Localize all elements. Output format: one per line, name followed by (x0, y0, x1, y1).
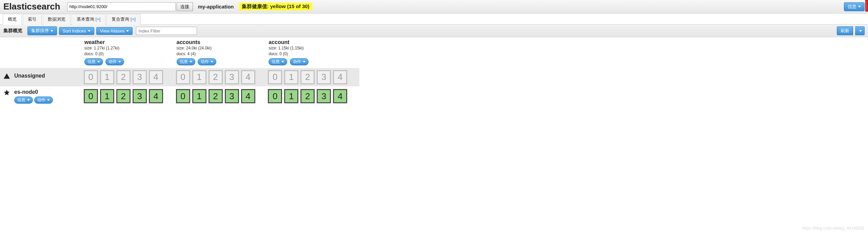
shard-box[interactable]: 1 (284, 70, 298, 84)
app-title: Elasticsearch (3, 1, 60, 12)
node-row-es-node0: es-node0 信息 动作 0 1 2 3 4 0 1 2 3 4 0 1 2 (0, 86, 359, 106)
shard-box[interactable]: 0 (176, 70, 190, 84)
index-size: size: 1.27ki (1.27ki) (84, 45, 174, 51)
caret-down-icon (27, 99, 30, 101)
tab-bar: 概览 索引 数据浏览 基本查询 [+] 复合查询 [+] (0, 14, 868, 25)
view-aliases-label: View Aliases (100, 28, 125, 34)
shard-box[interactable]: 2 (209, 70, 223, 84)
unassigned-row: Unassigned 0 1 2 3 4 0 1 2 3 4 0 1 2 3 4 (0, 68, 359, 86)
index-name[interactable]: accounts (177, 39, 266, 45)
info-button[interactable]: 信息 (844, 2, 865, 11)
shard-box[interactable]: 0 (176, 89, 190, 103)
connect-url-input[interactable] (67, 2, 176, 11)
view-aliases-button[interactable]: View Aliases (96, 27, 133, 35)
right-edge-marker (865, 0, 868, 12)
shard-box[interactable]: 2 (116, 70, 131, 84)
index-header-account: account size: 1.15ki (1.15ki) docs: 0 (0… (267, 37, 359, 68)
warning-icon (3, 73, 11, 81)
tab-compound-query[interactable]: 复合查询 [+] (106, 14, 140, 25)
caret-down-icon (47, 99, 50, 101)
index-docs: docs: 0 (0) (84, 51, 174, 57)
shard-box[interactable]: 2 (300, 70, 315, 84)
shard-box[interactable]: 1 (100, 70, 114, 84)
shard-box[interactable]: 3 (225, 89, 239, 103)
tab-basic-query[interactable]: 基本查询 [+] (72, 14, 105, 25)
cluster-sort-button[interactable]: 集群排序 (27, 26, 57, 35)
tab-browse[interactable]: 数据浏览 (43, 14, 71, 25)
shards-account-unassigned: 0 1 2 3 4 (267, 68, 359, 86)
caret-down-icon (859, 30, 862, 32)
shard-box[interactable]: 4 (149, 89, 163, 103)
shard-box[interactable]: 1 (100, 89, 114, 103)
shards-accounts-node0: 0 1 2 3 4 (175, 87, 268, 105)
caret-down-icon (190, 61, 192, 63)
node-name[interactable]: es-node0 (14, 89, 53, 95)
index-docs: docs: 0 (0) (269, 51, 358, 57)
tab-overview[interactable]: 概览 (3, 14, 22, 25)
caret-down-icon (126, 30, 129, 32)
shards-weather-node0: 0 1 2 3 4 (83, 87, 175, 105)
shard-box[interactable]: 4 (333, 70, 347, 84)
caret-down-icon (88, 30, 91, 32)
tab-basic-query-plus[interactable]: [+] (96, 17, 101, 22)
view-label: 集群概览 (3, 28, 22, 34)
cluster-sort-label: 集群排序 (31, 28, 49, 34)
shard-box[interactable]: 3 (317, 89, 331, 103)
shard-box[interactable]: 0 (84, 70, 98, 84)
tab-indices[interactable]: 索引 (23, 14, 42, 25)
shard-box[interactable]: 2 (209, 89, 223, 103)
node-action-button[interactable]: 动作 (34, 97, 53, 104)
index-action-button[interactable]: 动作 (290, 58, 309, 65)
shard-box[interactable]: 1 (284, 89, 298, 103)
shard-box[interactable]: 3 (317, 70, 331, 84)
shard-box[interactable]: 4 (149, 70, 163, 84)
shard-box[interactable]: 4 (241, 70, 255, 84)
connect-button[interactable]: 连接 (177, 2, 193, 11)
refresh-button[interactable]: 刷新 (837, 26, 853, 35)
shard-box[interactable]: 3 (225, 70, 239, 84)
shard-box[interactable]: 0 (268, 70, 282, 84)
sort-indices-button[interactable]: Sort Indices (59, 27, 94, 35)
refresh-caret-button[interactable] (855, 26, 865, 35)
tab-basic-query-label: 基本查询 (77, 17, 94, 22)
index-size: size: 1.15ki (1.15ki) (269, 45, 358, 51)
index-header-accounts: accounts size: 24.0ki (24.0ki) docs: 4 (… (175, 37, 268, 68)
index-action-button[interactable]: 动作 (198, 58, 216, 65)
index-header-weather: weather size: 1.27ki (1.27ki) docs: 0 (0… (83, 37, 175, 68)
index-docs: docs: 4 (4) (177, 51, 266, 57)
index-filter-input[interactable] (136, 27, 197, 35)
shard-box[interactable]: 4 (241, 89, 255, 103)
index-name[interactable]: weather (84, 39, 174, 45)
caret-down-icon (51, 30, 53, 32)
shard-box[interactable]: 1 (192, 70, 206, 84)
shards-accounts-unassigned: 0 1 2 3 4 (175, 68, 268, 86)
caret-down-icon (97, 61, 100, 63)
caret-down-icon (118, 61, 121, 63)
shard-box[interactable]: 3 (133, 89, 147, 103)
index-info-button[interactable]: 信息 (177, 58, 195, 65)
shard-box[interactable]: 1 (192, 89, 206, 103)
shard-box[interactable]: 2 (300, 89, 315, 103)
shards-account-node0: 0 1 2 3 4 (267, 87, 359, 105)
caret-down-icon (281, 61, 284, 63)
shard-box[interactable]: 0 (84, 89, 98, 103)
index-size: size: 24.0ki (24.0ki) (177, 45, 266, 51)
node-info-button[interactable]: 信息 (14, 97, 33, 104)
tab-compound-query-plus[interactable]: [+] (131, 17, 136, 22)
shard-box[interactable]: 0 (268, 89, 282, 103)
shard-box[interactable]: 4 (333, 89, 347, 103)
sort-indices-label: Sort Indices (63, 28, 86, 34)
caret-down-icon (858, 6, 861, 7)
index-action-button[interactable]: 动作 (105, 58, 124, 65)
cluster-health-badge: 集群健康值: yellow (15 of 30) (239, 3, 312, 10)
shard-box[interactable]: 2 (116, 89, 131, 103)
refresh-split-button[interactable]: 刷新 (837, 26, 865, 35)
info-button-label: 信息 (848, 4, 856, 10)
caret-down-icon (303, 61, 305, 63)
index-info-button[interactable]: 信息 (84, 58, 103, 65)
index-info-button[interactable]: 信息 (269, 58, 287, 65)
caret-down-icon (211, 61, 213, 63)
index-name[interactable]: account (269, 39, 358, 45)
shards-weather-unassigned: 0 1 2 3 4 (83, 68, 175, 86)
shard-box[interactable]: 3 (133, 70, 147, 84)
